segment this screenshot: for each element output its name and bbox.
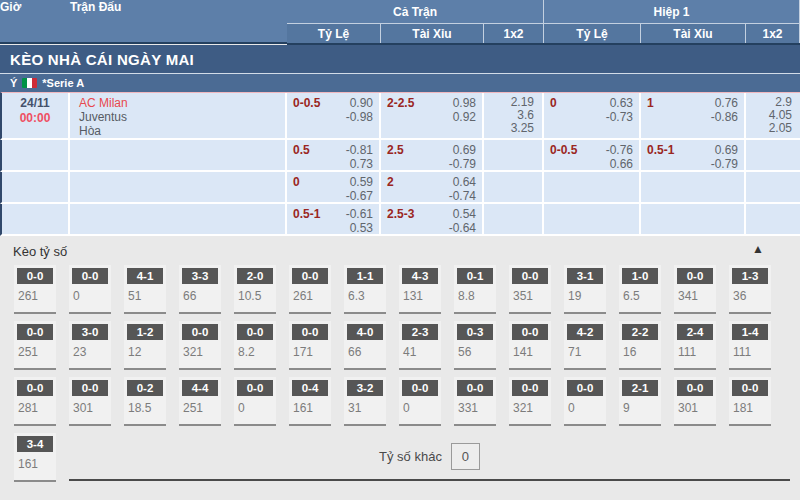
ft-1x2-cell[interactable]: 2.193.63.25	[484, 93, 544, 138]
score-card[interactable]: 3-119	[564, 265, 606, 314]
score-odds-value: 51	[124, 289, 166, 303]
league-bar[interactable]: Ý *Serie A	[0, 73, 800, 92]
score-card[interactable]: 1-212	[124, 321, 166, 370]
score-card[interactable]: 2-216	[619, 321, 661, 370]
h1-handicap-cell[interactable]: 0-0.5 -0.760.66	[544, 140, 641, 170]
score-card[interactable]: 1-4111	[729, 321, 771, 370]
score-card[interactable]: 0-0331	[454, 377, 496, 426]
score-card[interactable]: 3-366	[179, 265, 221, 314]
score-card[interactable]: 3-023	[69, 321, 111, 370]
score-card[interactable]: 0-0341	[674, 265, 716, 314]
odds-row: 24/11 00:00 AC Milan Juventus Hòa 0-0.5 …	[0, 92, 800, 140]
score-label: 4-2	[567, 324, 603, 340]
score-card[interactable]: 2-19	[619, 377, 661, 426]
ft-overunder-cell[interactable]: 2 0.64-0.74	[381, 172, 484, 202]
score-card[interactable]: 2-010.5	[234, 265, 276, 314]
score-card[interactable]: 4-066	[344, 321, 386, 370]
away-team: Juventus	[79, 110, 279, 124]
score-card[interactable]: 4-4251	[179, 377, 221, 426]
match-time: 00:00	[8, 111, 62, 126]
h1-1x2-cell	[746, 204, 800, 234]
score-card[interactable]: 2-341	[399, 321, 441, 370]
score-card[interactable]: 1-06.5	[619, 265, 661, 314]
ft-1x2-cell	[484, 140, 544, 170]
ft-overunder-cell[interactable]: 2.5 0.69-0.79	[381, 140, 484, 170]
h1-handicap-cell	[544, 172, 641, 202]
other-score-row: Tỷ số khác 0	[69, 433, 790, 481]
ft-handicap-cell[interactable]: 0 0.59-0.67	[287, 172, 381, 202]
score-odds-value: 171	[289, 345, 331, 359]
score-label: 4-0	[347, 324, 383, 340]
match-time-cell	[2, 204, 70, 234]
score-card[interactable]: 0-0141	[509, 321, 551, 370]
h1-overunder-cell[interactable]: 0.5-1 0.69-0.79	[641, 140, 746, 170]
score-card[interactable]: 0-356	[454, 321, 496, 370]
score-card[interactable]: 2-4111	[674, 321, 716, 370]
ft-1x2-cell	[484, 204, 544, 234]
home-team: AC Milan	[79, 96, 279, 110]
score-card[interactable]: 0-0251	[14, 321, 56, 370]
score-card[interactable]: 0-4161	[289, 377, 331, 426]
score-odds-value: 23	[69, 345, 111, 359]
score-card[interactable]: 0-0261	[14, 265, 56, 314]
overunder-line: 2-2.5	[387, 96, 414, 124]
score-card[interactable]: 0-0281	[14, 377, 56, 426]
match-teams-cell[interactable]: AC Milan Juventus Hòa	[70, 93, 287, 138]
score-label: 0-0	[457, 380, 493, 396]
score-label: 0-0	[17, 268, 53, 284]
score-label: 1-4	[732, 324, 768, 340]
score-card-row: 0-02513-0231-2120-03210-08.20-01714-0662…	[0, 321, 800, 370]
score-label: 4-4	[182, 380, 218, 396]
score-card[interactable]: 0-0351	[509, 265, 551, 314]
h1-1x2-cell[interactable]: 2.94.052.05	[746, 93, 800, 138]
score-card[interactable]: 0-218.5	[124, 377, 166, 426]
score-card[interactable]: 0-0321	[509, 377, 551, 426]
match-time-cell: 24/11 00:00	[2, 93, 70, 138]
score-card[interactable]: 0-0171	[289, 321, 331, 370]
score-label: 0-0	[512, 324, 548, 340]
score-card[interactable]: 0-0321	[179, 321, 221, 370]
score-card[interactable]: 0-0261	[289, 265, 331, 314]
score-label: 2-4	[677, 324, 713, 340]
score-card[interactable]: 0-0181	[729, 377, 771, 426]
section-title-bar: KÈO NHÀ CÁI NGÀY MAI	[0, 45, 800, 73]
score-card[interactable]: 0-00	[234, 377, 276, 426]
score-card[interactable]: 0-00	[399, 377, 441, 426]
score-card[interactable]: 0-00	[69, 265, 111, 314]
column-header-ft-overunder: Tài Xỉu	[381, 24, 484, 43]
score-card[interactable]: 1-16.3	[344, 265, 386, 314]
ft-handicap-cell[interactable]: 0-0.5 0.90-0.98	[287, 93, 381, 138]
score-odds-value: 0	[234, 401, 276, 415]
score-card[interactable]: 0-08.2	[234, 321, 276, 370]
other-score-box[interactable]: 0	[451, 443, 480, 470]
score-label: 4-3	[402, 268, 438, 284]
score-card[interactable]: 0-0301	[674, 377, 716, 426]
collapse-arrow-icon[interactable]: ▲	[752, 242, 764, 256]
score-label: 0-0	[677, 380, 713, 396]
score-card[interactable]: 0-00	[564, 377, 606, 426]
draw-label: Hòa	[79, 124, 279, 138]
score-card[interactable]: 0-18.8	[454, 265, 496, 314]
score-card[interactable]: 4-271	[564, 321, 606, 370]
score-odds-value: 56	[454, 345, 496, 359]
score-card[interactable]: 4-3131	[399, 265, 441, 314]
score-card[interactable]: 4-151	[124, 265, 166, 314]
score-card[interactable]: 1-336	[729, 265, 771, 314]
score-label: 1-2	[127, 324, 163, 340]
match-teams-cell	[70, 204, 287, 234]
column-header-time: Giờ	[0, 0, 70, 44]
ft-overunder-cell[interactable]: 2-2.5 0.980.92	[381, 93, 484, 138]
score-card[interactable]: 3-4161	[14, 433, 56, 482]
h1-handicap-cell[interactable]: 0 0.63-0.73	[544, 93, 641, 138]
match-teams-cell	[70, 172, 287, 202]
score-label: 3-1	[567, 268, 603, 284]
score-card[interactable]: 0-0301	[69, 377, 111, 426]
ft-overunder-cell[interactable]: 2.5-3 0.54-0.64	[381, 204, 484, 234]
score-card[interactable]: 3-231	[344, 377, 386, 426]
score-label: 0-0	[292, 324, 328, 340]
score-odds-value: 141	[509, 345, 551, 359]
correct-score-section: Kèo tỷ số ▲ 0-02610-004-1513-3662-010.50…	[0, 236, 800, 482]
ft-handicap-cell[interactable]: 0.5-1 -0.610.53	[287, 204, 381, 234]
ft-handicap-cell[interactable]: 0.5 -0.810.73	[287, 140, 381, 170]
h1-overunder-cell[interactable]: 1 0.76-0.86	[641, 93, 746, 138]
